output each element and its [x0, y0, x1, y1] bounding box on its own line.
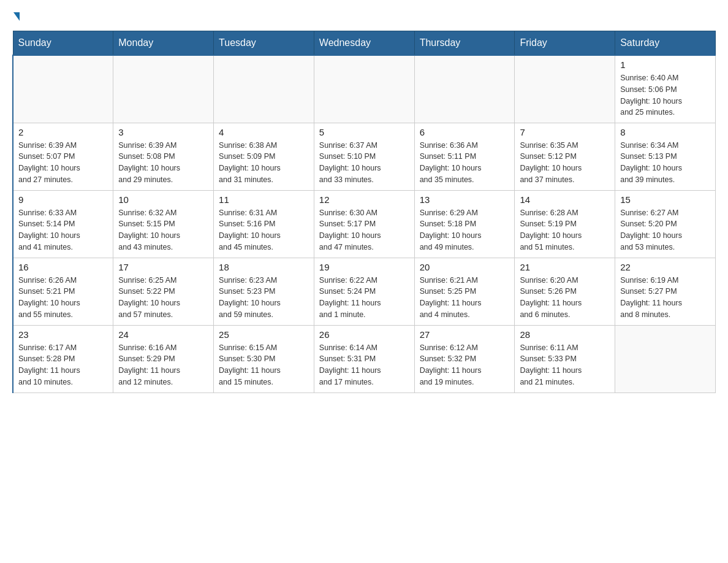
- calendar-cell: 24Sunrise: 6:16 AM Sunset: 5:29 PM Dayli…: [113, 325, 214, 393]
- calendar-header-saturday: Saturday: [615, 31, 716, 56]
- calendar-cell: 28Sunrise: 6:11 AM Sunset: 5:33 PM Dayli…: [515, 325, 615, 393]
- day-number: 28: [520, 329, 610, 340]
- calendar-cell: 4Sunrise: 6:38 AM Sunset: 5:09 PM Daylig…: [214, 123, 314, 190]
- calendar-week-row: 2Sunrise: 6:39 AM Sunset: 5:07 PM Daylig…: [13, 123, 716, 190]
- day-number: 11: [219, 194, 309, 205]
- calendar-cell: 22Sunrise: 6:19 AM Sunset: 5:27 PM Dayli…: [615, 258, 716, 325]
- day-info: Sunrise: 6:38 AM Sunset: 5:09 PM Dayligh…: [219, 140, 309, 186]
- calendar-cell: [113, 55, 214, 123]
- calendar-cell: 1Sunrise: 6:40 AM Sunset: 5:06 PM Daylig…: [615, 55, 716, 123]
- day-number: 20: [420, 262, 510, 272]
- day-number: 10: [118, 194, 208, 205]
- day-info: Sunrise: 6:14 AM Sunset: 5:31 PM Dayligh…: [319, 342, 409, 388]
- calendar-header-friday: Friday: [515, 31, 615, 56]
- day-info: Sunrise: 6:17 AM Sunset: 5:28 PM Dayligh…: [18, 342, 108, 388]
- calendar-cell: 16Sunrise: 6:26 AM Sunset: 5:21 PM Dayli…: [13, 258, 113, 325]
- day-info: Sunrise: 6:30 AM Sunset: 5:17 PM Dayligh…: [319, 207, 409, 253]
- calendar-cell: 27Sunrise: 6:12 AM Sunset: 5:32 PM Dayli…: [414, 325, 515, 393]
- day-info: Sunrise: 6:25 AM Sunset: 5:22 PM Dayligh…: [118, 275, 208, 321]
- calendar-header-row: SundayMondayTuesdayWednesdayThursdayFrid…: [13, 31, 716, 56]
- day-number: 9: [18, 194, 108, 205]
- calendar-cell: 25Sunrise: 6:15 AM Sunset: 5:30 PM Dayli…: [214, 325, 314, 393]
- day-number: 21: [520, 262, 610, 272]
- day-number: 24: [118, 329, 208, 340]
- calendar-cell: 17Sunrise: 6:25 AM Sunset: 5:22 PM Dayli…: [113, 258, 214, 325]
- day-number: 13: [420, 194, 510, 205]
- day-number: 15: [620, 194, 710, 205]
- day-number: 19: [319, 262, 409, 272]
- day-info: Sunrise: 6:27 AM Sunset: 5:20 PM Dayligh…: [620, 207, 710, 253]
- day-number: 22: [620, 262, 710, 272]
- day-info: Sunrise: 6:12 AM Sunset: 5:32 PM Dayligh…: [420, 342, 510, 388]
- day-number: 7: [520, 127, 610, 137]
- calendar-cell: 5Sunrise: 6:37 AM Sunset: 5:10 PM Daylig…: [314, 123, 414, 190]
- day-number: 14: [520, 194, 610, 205]
- day-info: Sunrise: 6:35 AM Sunset: 5:12 PM Dayligh…: [520, 140, 610, 186]
- calendar-cell: [314, 55, 414, 123]
- calendar-week-row: 9Sunrise: 6:33 AM Sunset: 5:14 PM Daylig…: [13, 190, 716, 258]
- calendar-cell: 7Sunrise: 6:35 AM Sunset: 5:12 PM Daylig…: [515, 123, 615, 190]
- day-info: Sunrise: 6:33 AM Sunset: 5:14 PM Dayligh…: [18, 207, 108, 253]
- day-info: Sunrise: 6:15 AM Sunset: 5:30 PM Dayligh…: [219, 342, 309, 388]
- calendar-cell: 8Sunrise: 6:34 AM Sunset: 5:13 PM Daylig…: [615, 123, 716, 190]
- calendar-cell: [214, 55, 314, 123]
- day-number: 2: [18, 127, 108, 137]
- calendar-cell: 9Sunrise: 6:33 AM Sunset: 5:14 PM Daylig…: [13, 190, 113, 258]
- calendar-cell: 3Sunrise: 6:39 AM Sunset: 5:08 PM Daylig…: [113, 123, 214, 190]
- calendar-cell: 26Sunrise: 6:14 AM Sunset: 5:31 PM Dayli…: [314, 325, 414, 393]
- calendar-cell: 23Sunrise: 6:17 AM Sunset: 5:28 PM Dayli…: [13, 325, 113, 393]
- calendar-cell: [414, 55, 515, 123]
- day-number: 26: [319, 329, 409, 340]
- calendar-header-sunday: Sunday: [13, 31, 113, 56]
- calendar-cell: [13, 55, 113, 123]
- calendar-week-row: 16Sunrise: 6:26 AM Sunset: 5:21 PM Dayli…: [13, 258, 716, 325]
- day-info: Sunrise: 6:32 AM Sunset: 5:15 PM Dayligh…: [118, 207, 208, 253]
- page-header: [12, 12, 716, 21]
- day-info: Sunrise: 6:39 AM Sunset: 5:07 PM Dayligh…: [18, 140, 108, 186]
- day-info: Sunrise: 6:39 AM Sunset: 5:08 PM Dayligh…: [118, 140, 208, 186]
- day-info: Sunrise: 6:23 AM Sunset: 5:23 PM Dayligh…: [219, 275, 309, 321]
- day-number: 8: [620, 127, 710, 137]
- day-info: Sunrise: 6:22 AM Sunset: 5:24 PM Dayligh…: [319, 275, 409, 321]
- day-info: Sunrise: 6:19 AM Sunset: 5:27 PM Dayligh…: [620, 275, 710, 321]
- logo: [12, 12, 21, 21]
- calendar-week-row: 23Sunrise: 6:17 AM Sunset: 5:28 PM Dayli…: [13, 325, 716, 393]
- day-info: Sunrise: 6:34 AM Sunset: 5:13 PM Dayligh…: [620, 140, 710, 186]
- day-number: 18: [219, 262, 309, 272]
- calendar-cell: 20Sunrise: 6:21 AM Sunset: 5:25 PM Dayli…: [414, 258, 515, 325]
- calendar-cell: 19Sunrise: 6:22 AM Sunset: 5:24 PM Dayli…: [314, 258, 414, 325]
- calendar-cell: 6Sunrise: 6:36 AM Sunset: 5:11 PM Daylig…: [414, 123, 515, 190]
- day-number: 23: [18, 329, 108, 340]
- day-info: Sunrise: 6:40 AM Sunset: 5:06 PM Dayligh…: [620, 72, 710, 118]
- day-info: Sunrise: 6:26 AM Sunset: 5:21 PM Dayligh…: [18, 275, 108, 321]
- calendar-cell: 14Sunrise: 6:28 AM Sunset: 5:19 PM Dayli…: [515, 190, 615, 258]
- logo-arrow-icon: [13, 12, 20, 21]
- day-number: 4: [219, 127, 309, 137]
- day-info: Sunrise: 6:31 AM Sunset: 5:16 PM Dayligh…: [219, 207, 309, 253]
- day-number: 17: [118, 262, 208, 272]
- calendar-cell: 18Sunrise: 6:23 AM Sunset: 5:23 PM Dayli…: [214, 258, 314, 325]
- day-info: Sunrise: 6:37 AM Sunset: 5:10 PM Dayligh…: [319, 140, 409, 186]
- calendar-cell: 12Sunrise: 6:30 AM Sunset: 5:17 PM Dayli…: [314, 190, 414, 258]
- calendar-cell: [615, 325, 716, 393]
- calendar-cell: 15Sunrise: 6:27 AM Sunset: 5:20 PM Dayli…: [615, 190, 716, 258]
- calendar-cell: 10Sunrise: 6:32 AM Sunset: 5:15 PM Dayli…: [113, 190, 214, 258]
- calendar-table: SundayMondayTuesdayWednesdayThursdayFrid…: [12, 31, 716, 393]
- day-info: Sunrise: 6:21 AM Sunset: 5:25 PM Dayligh…: [420, 275, 510, 321]
- calendar-header-wednesday: Wednesday: [314, 31, 414, 56]
- calendar-header-tuesday: Tuesday: [214, 31, 314, 56]
- calendar-cell: [515, 55, 615, 123]
- day-info: Sunrise: 6:29 AM Sunset: 5:18 PM Dayligh…: [420, 207, 510, 253]
- day-number: 16: [18, 262, 108, 272]
- day-number: 12: [319, 194, 409, 205]
- calendar-header-monday: Monday: [113, 31, 214, 56]
- day-number: 6: [420, 127, 510, 137]
- day-number: 3: [118, 127, 208, 137]
- calendar-cell: 11Sunrise: 6:31 AM Sunset: 5:16 PM Dayli…: [214, 190, 314, 258]
- day-info: Sunrise: 6:28 AM Sunset: 5:19 PM Dayligh…: [520, 207, 610, 253]
- day-number: 25: [219, 329, 309, 340]
- calendar-cell: 13Sunrise: 6:29 AM Sunset: 5:18 PM Dayli…: [414, 190, 515, 258]
- calendar-header-thursday: Thursday: [414, 31, 515, 56]
- day-info: Sunrise: 6:20 AM Sunset: 5:26 PM Dayligh…: [520, 275, 610, 321]
- day-info: Sunrise: 6:36 AM Sunset: 5:11 PM Dayligh…: [420, 140, 510, 186]
